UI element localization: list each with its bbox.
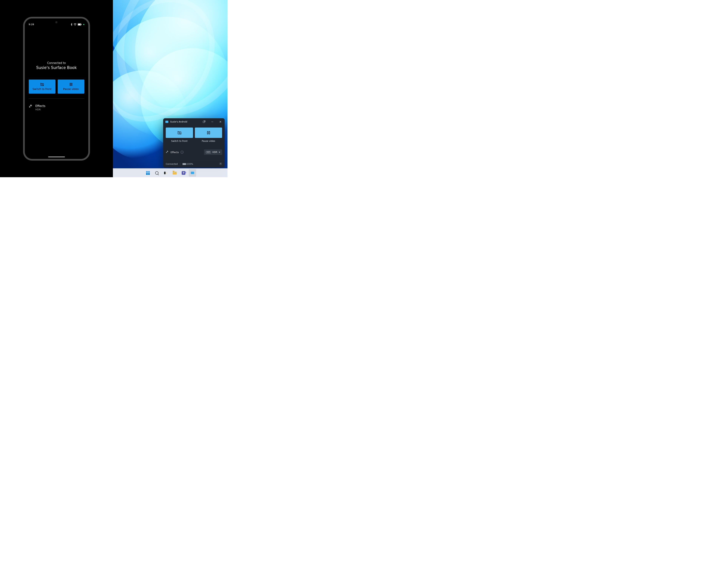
svg-point-0 (75, 25, 75, 26)
separator (180, 163, 180, 166)
status-time: 9:28 (29, 23, 34, 26)
companion-window: Susie's Android (163, 118, 225, 168)
pop-out-button[interactable] (201, 119, 207, 124)
wifi-icon (74, 23, 77, 26)
switch-camera-icon (40, 83, 44, 86)
pause-video-button[interactable]: Pause video (58, 80, 84, 94)
teams-icon: T (182, 171, 185, 175)
svg-rect-14 (207, 131, 208, 134)
settings-button[interactable] (219, 162, 222, 166)
hdr-value: HDR (212, 151, 217, 153)
effects-label: Effects (171, 151, 179, 154)
svg-rect-7 (71, 83, 72, 86)
svg-point-16 (220, 163, 221, 164)
phone-front-camera-icon (55, 21, 58, 24)
search-icon (155, 171, 159, 175)
switch-camera-button[interactable] (166, 128, 193, 138)
battery-percent: 100% (187, 163, 193, 165)
pause-video-button[interactable] (195, 128, 222, 138)
teams-button[interactable]: T (180, 169, 187, 177)
search-button[interactable] (153, 169, 161, 177)
switch-camera-label: Switch to front (32, 87, 52, 90)
connection-status: Connected (166, 163, 178, 165)
switch-camera-label: Switch to front (166, 140, 193, 142)
close-button[interactable] (217, 119, 224, 124)
pause-icon (70, 83, 72, 86)
taskbar: T (113, 168, 227, 177)
home-indicator[interactable] (48, 157, 65, 157)
file-explorer-button[interactable] (171, 169, 178, 177)
svg-rect-15 (209, 131, 210, 134)
connected-to-label: Connected to (29, 61, 84, 65)
sparkle-icon (166, 150, 169, 154)
phone-frame: 9:28 (23, 17, 90, 161)
svg-point-13 (179, 132, 180, 134)
window-title: Susie's Android (170, 120, 199, 123)
info-icon[interactable]: i (181, 151, 184, 154)
effects-title: Effects (35, 104, 45, 108)
camera-app-icon (165, 121, 168, 123)
task-view-button[interactable] (162, 169, 169, 177)
sparkle-icon (29, 104, 32, 108)
chevron-down-icon (219, 152, 220, 153)
minimize-button[interactable] (209, 119, 215, 124)
camera-active-indicator-icon (83, 24, 84, 25)
effects-row[interactable]: Effects HDR (29, 104, 84, 111)
svg-rect-2 (78, 24, 81, 25)
battery-status: 100% (182, 163, 193, 165)
pause-video-label: Pause video (195, 140, 222, 142)
folder-icon (173, 171, 177, 174)
hdr-dropdown[interactable]: HDR HDR (204, 149, 222, 155)
windows-logo-icon (146, 171, 150, 175)
svg-rect-8 (203, 121, 205, 123)
switch-camera-button[interactable]: Switch to front (29, 80, 55, 94)
svg-point-5 (41, 84, 42, 85)
effects-subtitle: HDR (35, 108, 45, 111)
battery-icon (78, 23, 82, 26)
svg-rect-6 (70, 83, 71, 86)
task-view-icon (164, 172, 167, 174)
battery-icon (182, 163, 186, 165)
hdr-badge-icon: HDR (206, 151, 211, 153)
phone-panel: 9:28 (0, 0, 113, 177)
bluetooth-icon (71, 23, 72, 26)
divider (29, 98, 84, 99)
svg-rect-3 (81, 24, 82, 25)
window-titlebar[interactable]: Susie's Android (163, 118, 225, 125)
connected-device-name: Susie's Surface Book (29, 65, 84, 70)
camera-icon (191, 172, 194, 174)
desktop-panel: Susie's Android (113, 0, 227, 177)
pause-video-label: Pause video (63, 87, 79, 90)
camera-app-button[interactable] (189, 169, 196, 177)
start-button[interactable] (144, 169, 152, 177)
